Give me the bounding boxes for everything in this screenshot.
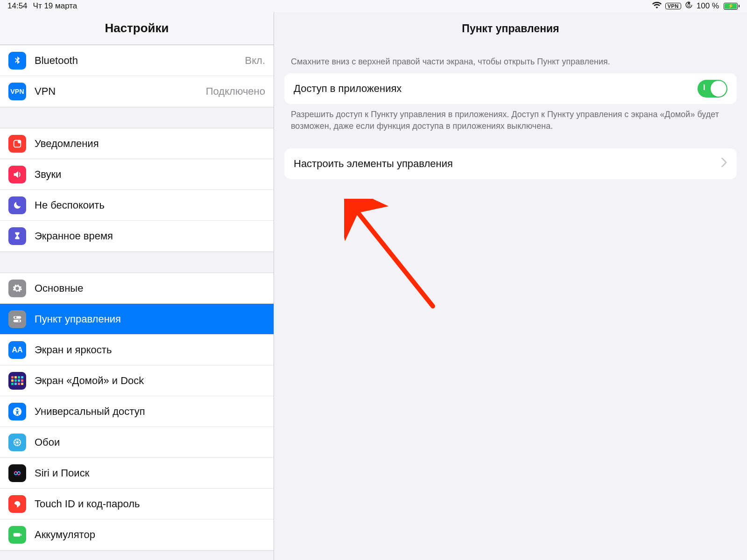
sidebar-item-battery[interactable]: Аккумулятор bbox=[0, 519, 274, 550]
sidebar-item-label: Основные bbox=[35, 282, 265, 294]
sidebar-item-label: Уведомления bbox=[35, 138, 265, 150]
moon-icon bbox=[8, 196, 26, 214]
svg-line-15 bbox=[15, 440, 16, 441]
vpn-icon: VPN bbox=[8, 83, 26, 100]
sidebar-item-screen-time[interactable]: Экранное время bbox=[0, 221, 274, 252]
sidebar-item-wallpaper[interactable]: Обои bbox=[0, 427, 274, 458]
sidebar-item-label: Обои bbox=[35, 436, 265, 448]
sidebar-item-display[interactable]: AA Экран и яркость bbox=[0, 335, 274, 365]
notifications-icon bbox=[8, 135, 26, 153]
sidebar-item-accessibility[interactable]: Универсальный доступ bbox=[0, 396, 274, 427]
svg-line-16 bbox=[19, 443, 20, 444]
customize-controls-row[interactable]: Настроить элементы управления bbox=[284, 148, 737, 179]
access-within-apps-row: Доступ в приложениях bbox=[284, 73, 737, 104]
bluetooth-icon bbox=[8, 52, 26, 70]
svg-point-4 bbox=[14, 316, 16, 318]
settings-sidebar: Настройки Bluetooth Вкл. VPN VPN Подключ… bbox=[0, 12, 274, 560]
sidebar-item-label: Аккумулятор bbox=[35, 529, 265, 541]
switches-icon bbox=[8, 310, 26, 328]
svg-line-17 bbox=[19, 440, 20, 441]
svg-line-22 bbox=[358, 213, 433, 306]
status-time: 14:54 bbox=[7, 1, 28, 11]
sidebar-item-label: Siri и Поиск bbox=[35, 467, 265, 479]
sidebar-item-home-dock[interactable]: Экран «Домой» и Dock bbox=[0, 365, 274, 396]
svg-rect-3 bbox=[14, 316, 21, 319]
sidebar-item-label: Touch ID и код-пароль bbox=[35, 498, 265, 510]
sidebar-item-general[interactable]: Основные bbox=[0, 273, 274, 304]
sidebar-item-label: Bluetooth bbox=[35, 55, 245, 67]
sidebar-item-control-center[interactable]: Пункт управления bbox=[0, 304, 274, 335]
toggle-label: Доступ в приложениях bbox=[294, 83, 402, 95]
status-bar: 14:54 Чт 19 марта VPN 100 % ⚡ bbox=[0, 0, 747, 12]
wifi-icon bbox=[652, 1, 662, 11]
detail-hint-top: Смахните вниз с верхней правой части экр… bbox=[284, 45, 737, 73]
wallpaper-icon bbox=[8, 434, 26, 451]
sidebar-item-value: Подключено bbox=[206, 85, 265, 98]
sidebar-item-label: Экран и яркость bbox=[35, 344, 265, 356]
svg-rect-5 bbox=[14, 319, 21, 322]
sidebar-item-label: Экран «Домой» и Dock bbox=[35, 375, 265, 387]
svg-point-8 bbox=[16, 408, 18, 410]
svg-rect-0 bbox=[688, 4, 690, 7]
sidebar-item-do-not-disturb[interactable]: Не беспокоить bbox=[0, 190, 274, 221]
status-date: Чт 19 марта bbox=[33, 1, 78, 11]
svg-point-2 bbox=[18, 140, 21, 143]
sidebar-item-label: Универсальный доступ bbox=[35, 406, 265, 418]
vpn-badge: VPN bbox=[665, 3, 681, 9]
sidebar-item-notifications[interactable]: Уведомления bbox=[0, 128, 274, 159]
battery-percent: 100 % bbox=[697, 1, 719, 11]
battery-settings-icon bbox=[8, 526, 26, 544]
orientation-lock-icon bbox=[685, 1, 693, 11]
sidebar-item-bluetooth[interactable]: Bluetooth Вкл. bbox=[0, 45, 274, 76]
battery-icon: ⚡ bbox=[723, 3, 740, 10]
text-size-icon: AA bbox=[8, 341, 26, 359]
sidebar-title: Настройки bbox=[0, 12, 274, 45]
gear-icon bbox=[8, 280, 26, 297]
siri-icon bbox=[8, 464, 26, 482]
home-screen-icon bbox=[8, 372, 26, 390]
sidebar-item-label: Пункт управления bbox=[35, 313, 265, 325]
annotation-arrow bbox=[344, 199, 447, 320]
sidebar-item-label: Звуки bbox=[35, 168, 265, 181]
svg-point-6 bbox=[18, 320, 20, 322]
customize-controls-label: Настроить элементы управления bbox=[294, 158, 453, 170]
sidebar-item-label: Не беспокоить bbox=[35, 199, 265, 211]
sidebar-item-touch-id[interactable]: Touch ID и код-пароль bbox=[0, 489, 274, 519]
chevron-right-icon bbox=[721, 157, 727, 170]
detail-hint-below: Разрешить доступ к Пункту управления в п… bbox=[284, 104, 737, 132]
sidebar-item-value: Вкл. bbox=[245, 55, 266, 67]
sidebar-item-siri[interactable]: Siri и Поиск bbox=[0, 458, 274, 489]
fingerprint-icon bbox=[8, 495, 26, 513]
sidebar-item-vpn[interactable]: VPN VPN Подключено bbox=[0, 76, 274, 107]
svg-line-18 bbox=[15, 443, 16, 444]
svg-point-10 bbox=[16, 441, 18, 443]
detail-title: Пункт управления bbox=[274, 12, 747, 45]
hourglass-icon bbox=[8, 227, 26, 245]
sidebar-item-sounds[interactable]: Звуки bbox=[0, 159, 274, 190]
svg-rect-20 bbox=[14, 533, 21, 536]
detail-pane: Пункт управления Смахните вниз с верхней… bbox=[274, 12, 747, 560]
svg-rect-21 bbox=[21, 534, 21, 536]
sounds-icon bbox=[8, 166, 26, 183]
sidebar-item-label: VPN bbox=[35, 85, 206, 98]
accessibility-icon bbox=[8, 403, 26, 420]
sidebar-item-label: Экранное время bbox=[35, 230, 265, 242]
access-within-apps-toggle[interactable] bbox=[698, 80, 727, 98]
